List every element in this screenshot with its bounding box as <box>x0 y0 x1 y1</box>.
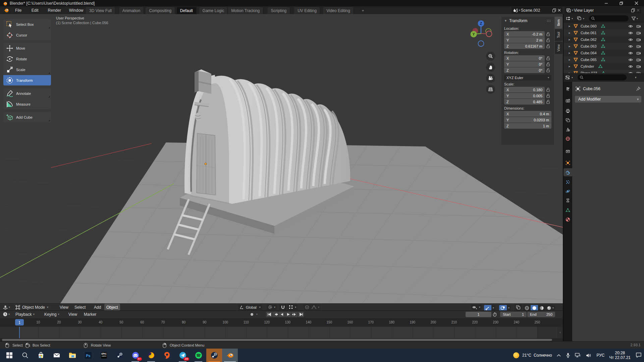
blender-menu-logo-icon[interactable] <box>3 7 9 13</box>
tool-transform[interactable]: Transform <box>3 75 51 85</box>
outliner-row-cube.063[interactable]: ►Cube.063 <box>564 43 644 50</box>
hide-eye-icon[interactable] <box>628 45 633 48</box>
workspace-tab-uv-editing[interactable]: UV Editing <box>294 7 320 14</box>
tool-rotate[interactable]: Rotate <box>3 54 51 64</box>
lock-icon[interactable] <box>546 62 551 67</box>
location-z-field[interactable]: Z0.61167 m <box>504 43 545 49</box>
tray-expand-icon[interactable] <box>556 354 561 357</box>
tool-move[interactable]: Move <box>3 43 51 53</box>
properties-tab-collection[interactable] <box>564 147 572 155</box>
action-center-icon[interactable] <box>635 352 642 358</box>
rotation-y-field[interactable]: Y0° <box>504 61 545 67</box>
taskbar-start[interactable] <box>1 349 17 362</box>
next-keyframe-button[interactable] <box>291 312 298 317</box>
object-name[interactable]: Cube.061 <box>581 31 597 35</box>
workspace-tab-default[interactable]: Default <box>177 7 197 14</box>
solid-shading-button[interactable] <box>531 305 538 311</box>
lock-icon[interactable] <box>546 56 551 61</box>
object-name[interactable]: Cube.060 <box>581 24 597 28</box>
hide-eye-icon[interactable] <box>628 31 633 35</box>
tool-measure[interactable]: Measure <box>3 99 51 109</box>
zoom-icon[interactable] <box>486 52 495 61</box>
outliner-row-cube.061[interactable]: ►Cube.061 <box>564 29 644 36</box>
properties-tab-data[interactable] <box>564 206 572 214</box>
tray-temperature[interactable]: 21°C <box>522 353 531 358</box>
navigation-gizmo[interactable]: Z Y <box>468 17 496 50</box>
properties-tab-physics[interactable] <box>564 187 572 195</box>
camera-visibility-icon[interactable] <box>636 45 641 48</box>
viewport-menu-view[interactable]: View <box>58 304 70 311</box>
unlink-scene-icon[interactable] <box>557 8 561 12</box>
expand-arrow-icon[interactable]: ► <box>568 45 571 48</box>
viewport-menu-select[interactable]: Select <box>72 304 88 311</box>
rotation-x-field[interactable]: X0° <box>504 55 545 61</box>
taskbar-steam[interactable] <box>112 349 127 362</box>
xray-toggle[interactable] <box>515 304 522 310</box>
lock-icon[interactable] <box>546 100 551 104</box>
taskbar-telegram[interactable]: .85 <box>175 349 191 362</box>
camera-visibility-icon[interactable] <box>636 65 641 68</box>
viewport-menu-object[interactable]: Object <box>104 304 120 311</box>
play-button[interactable] <box>285 312 291 317</box>
lock-icon[interactable] <box>546 87 551 92</box>
play-reverse-button[interactable] <box>279 312 285 317</box>
scale-z-field[interactable]: Z0.485 <box>504 99 545 105</box>
playhead[interactable] <box>19 327 20 338</box>
viewport-menu-add[interactable]: Add <box>92 304 103 311</box>
timeline-menu-playback[interactable]: Playback ▾ <box>15 311 35 318</box>
outliner-row-cube.064[interactable]: ►Cube.064 <box>564 50 644 56</box>
view-layer-name[interactable]: View Layer <box>574 8 631 13</box>
proportional-editing[interactable]: ▾ <box>304 304 321 310</box>
jump-to-end-button[interactable] <box>298 312 304 317</box>
object-name[interactable]: Cube.063 <box>581 44 597 48</box>
pin-icon[interactable] <box>636 86 641 91</box>
maximize-button[interactable] <box>614 0 629 6</box>
workspace-tab-video-editing[interactable]: Video Editing <box>323 7 354 14</box>
timeline-collapse-arrow[interactable]: ‹ <box>557 327 563 338</box>
breadcrumb-object-name[interactable]: Cube.056 <box>583 86 600 91</box>
object-name[interactable]: Cube.062 <box>581 38 597 42</box>
properties-tab-view-layer[interactable] <box>564 116 572 124</box>
outliner-row-cube.065[interactable]: ►Cube.065 <box>564 56 644 63</box>
timeline-menu-marker[interactable]: Marker <box>84 311 96 318</box>
current-frame-field[interactable]: 1 <box>466 312 491 317</box>
object-name[interactable]: Cylinder <box>581 64 594 68</box>
scale-y-field[interactable]: Y0.005 <box>504 93 545 99</box>
network-icon[interactable] <box>575 353 581 358</box>
properties-tab-tool[interactable] <box>564 85 572 93</box>
scene-selector[interactable]: ▾ Scene.002 <box>512 7 562 13</box>
outliner-search-input[interactable] <box>589 15 629 21</box>
scale-x-field[interactable]: X0.180 <box>504 87 545 93</box>
material-shading-button[interactable] <box>538 305 545 311</box>
object-name[interactable]: Cube.065 <box>581 58 597 62</box>
start-frame-field[interactable]: Start1 <box>500 312 527 317</box>
editor-type-button[interactable]: ▾ <box>3 304 10 311</box>
properties-search-input[interactable] <box>578 74 627 80</box>
volume-icon[interactable] <box>586 353 592 358</box>
camera-visibility-icon[interactable] <box>636 24 641 28</box>
microphone-icon[interactable] <box>566 353 570 358</box>
lock-icon[interactable] <box>546 68 551 73</box>
add-modifier-button[interactable]: Add Modifier ▾ <box>575 96 641 103</box>
location-x-field[interactable]: X-0.2 m <box>504 31 545 37</box>
workspace-tab-motion-tracking[interactable]: Motion Tracking <box>228 7 264 14</box>
lock-icon[interactable] <box>546 38 551 43</box>
expand-arrow-icon[interactable]: ► <box>568 58 571 61</box>
properties-editor-type[interactable]: ▾ <box>565 74 573 81</box>
taskbar-search[interactable] <box>17 349 33 362</box>
properties-tab-scene[interactable] <box>564 125 572 133</box>
tool-select-box[interactable]: Select Box <box>3 19 51 29</box>
object-visibility-toggle[interactable]: ▾ <box>471 304 482 310</box>
taskbar-firefox[interactable] <box>143 349 159 362</box>
taskbar-photoshop[interactable]: Ps <box>80 349 96 362</box>
workspace-tab-animation[interactable]: Animation <box>119 7 144 14</box>
copy-view-layer-icon[interactable] <box>631 8 635 12</box>
expand-arrow-icon[interactable]: ► <box>568 38 571 41</box>
tray-clock[interactable]: 20:28Чт 22.07.21 <box>609 351 631 360</box>
hide-eye-icon[interactable] <box>628 38 633 42</box>
workspace-tab-scripting[interactable]: Scripting <box>268 7 290 14</box>
properties-tab-world[interactable] <box>564 135 572 143</box>
expand-arrow-icon[interactable]: ► <box>568 52 571 55</box>
rotation-z-field[interactable]: Z0° <box>504 67 545 73</box>
lock-icon[interactable] <box>546 94 551 98</box>
